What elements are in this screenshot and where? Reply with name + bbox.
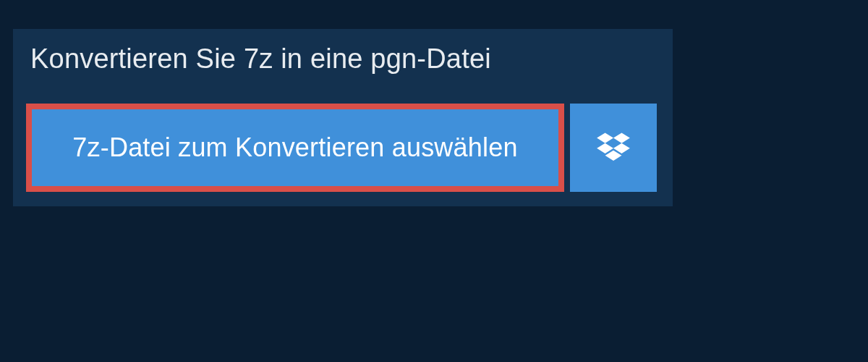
title-bar: Konvertieren Sie 7z in eine pgn-Datei xyxy=(13,29,534,90)
page-title: Konvertieren Sie 7z in eine pgn-Datei xyxy=(30,43,491,74)
converter-panel: Konvertieren Sie 7z in eine pgn-Datei 7z… xyxy=(13,29,673,206)
file-action-row: 7z-Datei zum Konvertieren auswählen xyxy=(13,90,673,206)
dropbox-icon xyxy=(597,132,630,164)
select-file-button[interactable]: 7z-Datei zum Konvertieren auswählen xyxy=(26,104,564,192)
select-file-button-label: 7z-Datei zum Konvertieren auswählen xyxy=(72,132,517,163)
dropbox-button[interactable] xyxy=(570,104,657,192)
